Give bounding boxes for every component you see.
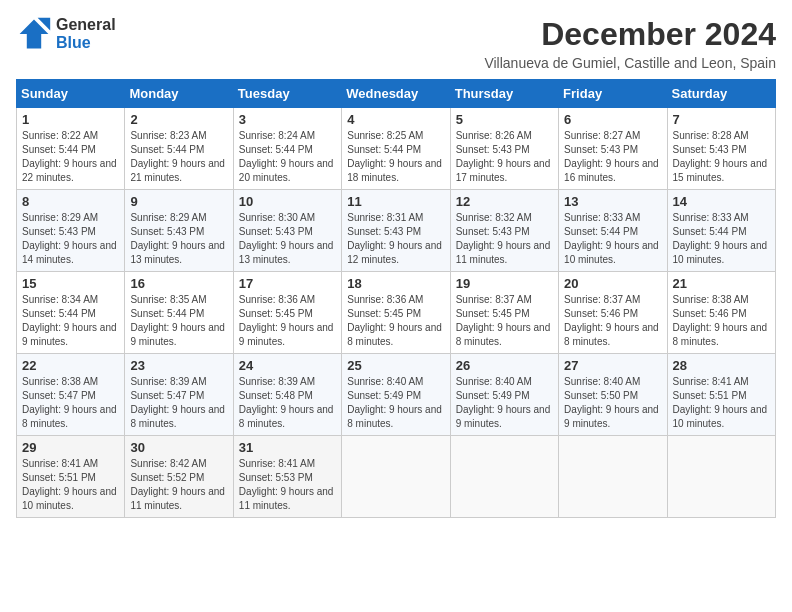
header-day-wednesday: Wednesday xyxy=(342,80,450,108)
day-info: Sunrise: 8:33 AMSunset: 5:44 PMDaylight:… xyxy=(673,212,768,265)
calendar-cell: 30 Sunrise: 8:42 AMSunset: 5:52 PMDaylig… xyxy=(125,436,233,518)
calendar-cell: 9 Sunrise: 8:29 AMSunset: 5:43 PMDayligh… xyxy=(125,190,233,272)
calendar-cell: 19 Sunrise: 8:37 AMSunset: 5:45 PMDaylig… xyxy=(450,272,558,354)
day-number: 28 xyxy=(673,358,770,373)
day-number: 24 xyxy=(239,358,336,373)
calendar-cell: 15 Sunrise: 8:34 AMSunset: 5:44 PMDaylig… xyxy=(17,272,125,354)
calendar-week-row: 8 Sunrise: 8:29 AMSunset: 5:43 PMDayligh… xyxy=(17,190,776,272)
calendar-cell: 13 Sunrise: 8:33 AMSunset: 5:44 PMDaylig… xyxy=(559,190,667,272)
day-info: Sunrise: 8:36 AMSunset: 5:45 PMDaylight:… xyxy=(347,294,442,347)
calendar-cell: 31 Sunrise: 8:41 AMSunset: 5:53 PMDaylig… xyxy=(233,436,341,518)
day-info: Sunrise: 8:34 AMSunset: 5:44 PMDaylight:… xyxy=(22,294,117,347)
day-number: 23 xyxy=(130,358,227,373)
header-day-saturday: Saturday xyxy=(667,80,775,108)
day-number: 17 xyxy=(239,276,336,291)
day-info: Sunrise: 8:40 AMSunset: 5:49 PMDaylight:… xyxy=(347,376,442,429)
day-number: 25 xyxy=(347,358,444,373)
day-number: 18 xyxy=(347,276,444,291)
day-info: Sunrise: 8:39 AMSunset: 5:48 PMDaylight:… xyxy=(239,376,334,429)
calendar-cell: 12 Sunrise: 8:32 AMSunset: 5:43 PMDaylig… xyxy=(450,190,558,272)
calendar-table: SundayMondayTuesdayWednesdayThursdayFrid… xyxy=(16,79,776,518)
day-number: 26 xyxy=(456,358,553,373)
day-number: 6 xyxy=(564,112,661,127)
day-info: Sunrise: 8:41 AMSunset: 5:51 PMDaylight:… xyxy=(22,458,117,511)
day-info: Sunrise: 8:28 AMSunset: 5:43 PMDaylight:… xyxy=(673,130,768,183)
title-section: December 2024 Villanueva de Gumiel, Cast… xyxy=(484,16,776,71)
day-info: Sunrise: 8:24 AMSunset: 5:44 PMDaylight:… xyxy=(239,130,334,183)
calendar-cell: 24 Sunrise: 8:39 AMSunset: 5:48 PMDaylig… xyxy=(233,354,341,436)
day-number: 14 xyxy=(673,194,770,209)
calendar-cell: 1 Sunrise: 8:22 AMSunset: 5:44 PMDayligh… xyxy=(17,108,125,190)
header-day-friday: Friday xyxy=(559,80,667,108)
day-number: 21 xyxy=(673,276,770,291)
day-number: 20 xyxy=(564,276,661,291)
day-number: 8 xyxy=(22,194,119,209)
calendar-cell: 28 Sunrise: 8:41 AMSunset: 5:51 PMDaylig… xyxy=(667,354,775,436)
calendar-cell: 26 Sunrise: 8:40 AMSunset: 5:49 PMDaylig… xyxy=(450,354,558,436)
calendar-cell: 4 Sunrise: 8:25 AMSunset: 5:44 PMDayligh… xyxy=(342,108,450,190)
day-info: Sunrise: 8:40 AMSunset: 5:50 PMDaylight:… xyxy=(564,376,659,429)
calendar-cell: 6 Sunrise: 8:27 AMSunset: 5:43 PMDayligh… xyxy=(559,108,667,190)
day-info: Sunrise: 8:32 AMSunset: 5:43 PMDaylight:… xyxy=(456,212,551,265)
calendar-cell: 22 Sunrise: 8:38 AMSunset: 5:47 PMDaylig… xyxy=(17,354,125,436)
day-number: 1 xyxy=(22,112,119,127)
calendar-cell xyxy=(450,436,558,518)
logo-text: General Blue xyxy=(56,16,116,52)
calendar-week-row: 1 Sunrise: 8:22 AMSunset: 5:44 PMDayligh… xyxy=(17,108,776,190)
page-header: General Blue December 2024 Villanueva de… xyxy=(16,16,776,71)
day-number: 30 xyxy=(130,440,227,455)
day-info: Sunrise: 8:40 AMSunset: 5:49 PMDaylight:… xyxy=(456,376,551,429)
day-number: 5 xyxy=(456,112,553,127)
calendar-cell xyxy=(667,436,775,518)
calendar-cell: 10 Sunrise: 8:30 AMSunset: 5:43 PMDaylig… xyxy=(233,190,341,272)
day-number: 29 xyxy=(22,440,119,455)
day-info: Sunrise: 8:31 AMSunset: 5:43 PMDaylight:… xyxy=(347,212,442,265)
day-number: 22 xyxy=(22,358,119,373)
day-info: Sunrise: 8:41 AMSunset: 5:53 PMDaylight:… xyxy=(239,458,334,511)
calendar-cell: 5 Sunrise: 8:26 AMSunset: 5:43 PMDayligh… xyxy=(450,108,558,190)
day-info: Sunrise: 8:37 AMSunset: 5:45 PMDaylight:… xyxy=(456,294,551,347)
calendar-cell: 23 Sunrise: 8:39 AMSunset: 5:47 PMDaylig… xyxy=(125,354,233,436)
day-info: Sunrise: 8:30 AMSunset: 5:43 PMDaylight:… xyxy=(239,212,334,265)
header-day-sunday: Sunday xyxy=(17,80,125,108)
day-info: Sunrise: 8:25 AMSunset: 5:44 PMDaylight:… xyxy=(347,130,442,183)
day-info: Sunrise: 8:37 AMSunset: 5:46 PMDaylight:… xyxy=(564,294,659,347)
logo: General Blue xyxy=(16,16,116,52)
day-info: Sunrise: 8:33 AMSunset: 5:44 PMDaylight:… xyxy=(564,212,659,265)
day-info: Sunrise: 8:26 AMSunset: 5:43 PMDaylight:… xyxy=(456,130,551,183)
day-number: 31 xyxy=(239,440,336,455)
day-number: 9 xyxy=(130,194,227,209)
calendar-cell: 17 Sunrise: 8:36 AMSunset: 5:45 PMDaylig… xyxy=(233,272,341,354)
calendar-cell: 20 Sunrise: 8:37 AMSunset: 5:46 PMDaylig… xyxy=(559,272,667,354)
logo-icon xyxy=(16,16,52,52)
header-day-tuesday: Tuesday xyxy=(233,80,341,108)
day-info: Sunrise: 8:35 AMSunset: 5:44 PMDaylight:… xyxy=(130,294,225,347)
calendar-cell: 21 Sunrise: 8:38 AMSunset: 5:46 PMDaylig… xyxy=(667,272,775,354)
calendar-week-row: 15 Sunrise: 8:34 AMSunset: 5:44 PMDaylig… xyxy=(17,272,776,354)
calendar-week-row: 29 Sunrise: 8:41 AMSunset: 5:51 PMDaylig… xyxy=(17,436,776,518)
calendar-cell: 29 Sunrise: 8:41 AMSunset: 5:51 PMDaylig… xyxy=(17,436,125,518)
day-number: 2 xyxy=(130,112,227,127)
day-number: 27 xyxy=(564,358,661,373)
calendar-week-row: 22 Sunrise: 8:38 AMSunset: 5:47 PMDaylig… xyxy=(17,354,776,436)
location-subtitle: Villanueva de Gumiel, Castille and Leon,… xyxy=(484,55,776,71)
day-number: 11 xyxy=(347,194,444,209)
calendar-cell: 8 Sunrise: 8:29 AMSunset: 5:43 PMDayligh… xyxy=(17,190,125,272)
day-number: 12 xyxy=(456,194,553,209)
day-number: 7 xyxy=(673,112,770,127)
calendar-cell: 14 Sunrise: 8:33 AMSunset: 5:44 PMDaylig… xyxy=(667,190,775,272)
day-info: Sunrise: 8:29 AMSunset: 5:43 PMDaylight:… xyxy=(22,212,117,265)
calendar-cell xyxy=(342,436,450,518)
day-info: Sunrise: 8:27 AMSunset: 5:43 PMDaylight:… xyxy=(564,130,659,183)
day-info: Sunrise: 8:22 AMSunset: 5:44 PMDaylight:… xyxy=(22,130,117,183)
day-info: Sunrise: 8:36 AMSunset: 5:45 PMDaylight:… xyxy=(239,294,334,347)
day-info: Sunrise: 8:39 AMSunset: 5:47 PMDaylight:… xyxy=(130,376,225,429)
day-number: 16 xyxy=(130,276,227,291)
day-number: 3 xyxy=(239,112,336,127)
calendar-cell: 18 Sunrise: 8:36 AMSunset: 5:45 PMDaylig… xyxy=(342,272,450,354)
calendar-cell: 7 Sunrise: 8:28 AMSunset: 5:43 PMDayligh… xyxy=(667,108,775,190)
day-number: 4 xyxy=(347,112,444,127)
day-info: Sunrise: 8:41 AMSunset: 5:51 PMDaylight:… xyxy=(673,376,768,429)
day-info: Sunrise: 8:42 AMSunset: 5:52 PMDaylight:… xyxy=(130,458,225,511)
calendar-cell xyxy=(559,436,667,518)
